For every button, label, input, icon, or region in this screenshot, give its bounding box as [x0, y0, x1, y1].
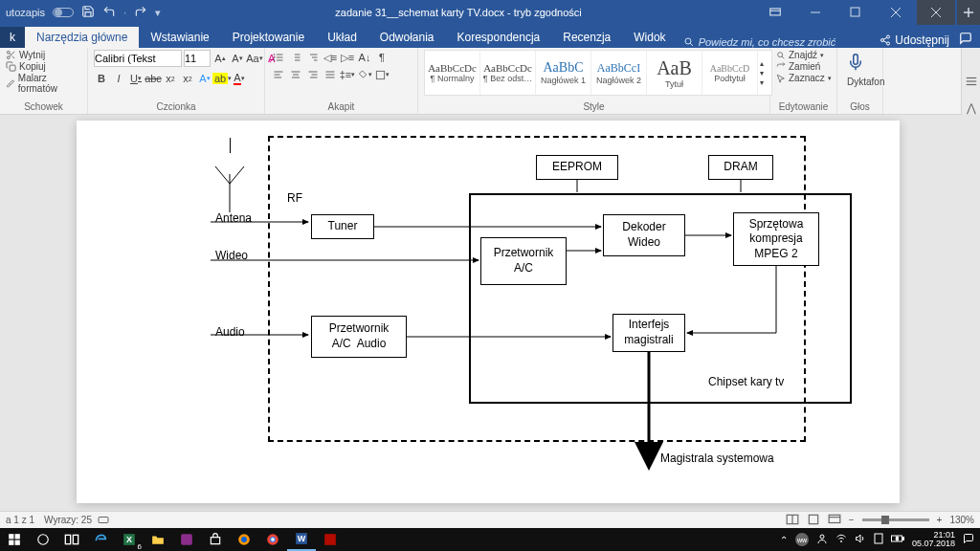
- underline-button[interactable]: U▾: [128, 71, 144, 86]
- tray-expand-icon[interactable]: ⌃: [780, 535, 788, 545]
- justify-button[interactable]: [323, 67, 338, 82]
- tb-firefox-icon[interactable]: [230, 528, 258, 551]
- tellme-search[interactable]: Powiedz mi, co chcesz zrobić: [683, 36, 836, 48]
- font-name-select[interactable]: [94, 50, 182, 67]
- tab-insert[interactable]: Wstawianie: [139, 27, 220, 48]
- style-subtitle[interactable]: AaBbCcDPodtytuł: [702, 51, 758, 95]
- shading-button[interactable]: ▾: [357, 67, 372, 82]
- styles-down-icon[interactable]: ▾: [760, 69, 769, 77]
- tray-volume-icon[interactable]: [855, 533, 866, 546]
- show-marks-button[interactable]: ¶: [374, 50, 390, 65]
- bold-button[interactable]: B: [94, 71, 109, 86]
- numbering-button[interactable]: [288, 50, 303, 65]
- tab-file[interactable]: k: [0, 27, 25, 48]
- replace-button[interactable]: Zamień: [776, 61, 820, 72]
- align-right-button[interactable]: [305, 67, 321, 82]
- superscript-button[interactable]: x2: [180, 71, 195, 86]
- tray-wifi-icon[interactable]: [835, 533, 847, 546]
- newtab-icon[interactable]: [957, 0, 980, 25]
- zoom-out-button[interactable]: −: [849, 515, 855, 525]
- tb-edge-icon[interactable]: [86, 528, 115, 551]
- style-title[interactable]: AaBTytuł: [647, 51, 702, 95]
- dictate-button[interactable]: Dyktafon: [843, 50, 877, 101]
- comments-icon[interactable]: [959, 32, 972, 48]
- styles-more-icon[interactable]: ▾: [760, 78, 769, 87]
- tb-acrobat-icon[interactable]: [316, 528, 345, 551]
- format-painter-button[interactable]: Malarz formatów: [6, 73, 81, 94]
- tray-battery-icon[interactable]: 8: [891, 534, 904, 545]
- document-page[interactable]: EEPROM DRAM RF Antena Tuner Wideo Przetw…: [77, 121, 900, 503]
- shrink-font-button[interactable]: A▾: [230, 51, 245, 66]
- tb-store-icon[interactable]: [201, 528, 230, 551]
- share-button[interactable]: Udostępnij: [880, 33, 949, 47]
- zoom-slider[interactable]: [862, 518, 929, 521]
- tray-notifications-icon[interactable]: [963, 533, 974, 546]
- collapse-ribbon-icon[interactable]: ⋀: [967, 101, 976, 115]
- ribbon-display-icon[interactable]: [756, 0, 794, 25]
- italic-button[interactable]: I: [111, 71, 126, 86]
- status-lang-icon[interactable]: [98, 515, 109, 526]
- save-icon[interactable]: [81, 5, 95, 20]
- qat-more-icon[interactable]: ▾: [155, 7, 161, 19]
- external-close-icon[interactable]: [917, 0, 955, 25]
- find-button[interactable]: Znajdź▾: [776, 50, 824, 60]
- align-left-button[interactable]: [271, 67, 286, 82]
- font-color-button[interactable]: A▾: [232, 71, 247, 86]
- tab-home[interactable]: Narzędzia główne: [25, 27, 139, 48]
- tb-app1-icon[interactable]: [172, 528, 201, 551]
- view-read-icon[interactable]: [786, 514, 799, 527]
- select-button[interactable]: Zaznacz▾: [776, 73, 832, 83]
- zoom-level[interactable]: 130%: [949, 515, 974, 525]
- autosave-toggle[interactable]: [53, 8, 74, 17]
- cortana-icon[interactable]: [29, 528, 57, 551]
- copy-button[interactable]: Kopiuj: [6, 61, 46, 72]
- tray-clock[interactable]: 21:01 05.07.2018: [912, 531, 955, 548]
- start-button[interactable]: [0, 528, 29, 551]
- tab-view[interactable]: Widok: [622, 27, 677, 48]
- line-spacing-button[interactable]: ‡≡▾: [340, 67, 355, 82]
- minimize-icon[interactable]: [796, 0, 835, 25]
- tab-layout[interactable]: Układ: [316, 27, 368, 48]
- tb-explorer-icon[interactable]: [144, 528, 172, 551]
- styles-up-icon[interactable]: ▴: [760, 59, 769, 68]
- close-icon[interactable]: [877, 0, 915, 25]
- tab-design[interactable]: Projektowanie: [221, 27, 316, 48]
- view-web-icon[interactable]: [828, 514, 841, 527]
- undo-icon[interactable]: [102, 5, 116, 20]
- subscript-button[interactable]: x2: [163, 71, 178, 86]
- sort-button[interactable]: A↓: [357, 50, 372, 65]
- redo-icon[interactable]: [134, 5, 147, 20]
- taskview-icon[interactable]: [57, 528, 86, 551]
- tab-mailings[interactable]: Korespondencja: [446, 27, 552, 48]
- borders-button[interactable]: ▾: [374, 67, 390, 82]
- status-words[interactable]: Wyrazy: 25: [44, 515, 92, 525]
- tb-word-icon[interactable]: W: [287, 528, 316, 551]
- bullets-button[interactable]: [271, 50, 286, 65]
- multilevel-button[interactable]: [305, 50, 321, 65]
- tray-lang-icon[interactable]: [874, 533, 883, 546]
- style-h1[interactable]: AaBbCNagłówek 1: [536, 51, 591, 95]
- cut-button[interactable]: Wytnij: [6, 50, 45, 60]
- view-print-icon[interactable]: [807, 514, 820, 527]
- style-h2[interactable]: AaBbCcINagłówek 2: [591, 51, 647, 95]
- styles-gallery[interactable]: AaBbCcDc¶ Normalny AaBbCcDc¶ Bez odst… A…: [424, 50, 772, 96]
- tray-people-icon[interactable]: [816, 533, 828, 546]
- indent-button[interactable]: ▷≡: [340, 50, 355, 65]
- style-nospacing[interactable]: AaBbCcDc¶ Bez odst…: [480, 51, 536, 95]
- strikethrough-button[interactable]: abc: [145, 71, 161, 86]
- align-center-button[interactable]: [288, 67, 303, 82]
- tb-chrome-icon[interactable]: [258, 528, 287, 551]
- grow-font-button[interactable]: A▴: [212, 51, 228, 66]
- tb-excel-icon[interactable]: X6: [115, 528, 144, 551]
- tab-review[interactable]: Recenzja: [551, 27, 622, 48]
- tray-ww-icon[interactable]: ww: [795, 533, 809, 546]
- outdent-button[interactable]: ◁≡: [323, 50, 338, 65]
- status-page[interactable]: a 1 z 1: [6, 515, 34, 525]
- text-effects-button[interactable]: A▾: [197, 71, 212, 86]
- maximize-icon[interactable]: [836, 0, 875, 25]
- font-size-select[interactable]: [184, 50, 211, 67]
- zoom-in-button[interactable]: +: [937, 515, 943, 525]
- change-case-button[interactable]: Aa▾: [247, 51, 262, 66]
- style-normal[interactable]: AaBbCcDc¶ Normalny: [425, 51, 480, 95]
- tab-references[interactable]: Odwołania: [368, 27, 446, 48]
